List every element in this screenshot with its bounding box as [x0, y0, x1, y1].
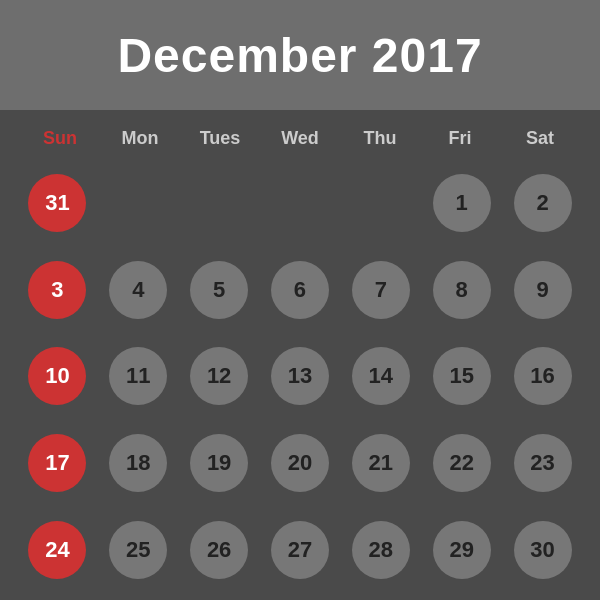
day-cell[interactable]: 12 — [182, 336, 257, 417]
day-number: 7 — [352, 261, 410, 319]
day-header-mon: Mon — [100, 120, 180, 157]
day-cell[interactable]: 25 — [101, 509, 176, 590]
day-number: 26 — [190, 521, 248, 579]
day-number: 3 — [28, 261, 86, 319]
calendar-body: SunMonTuesWedThuFriSat 31123456789101112… — [0, 110, 600, 600]
day-number: 14 — [352, 347, 410, 405]
day-number: 5 — [190, 261, 248, 319]
day-number: 1 — [433, 174, 491, 232]
day-number: 12 — [190, 347, 248, 405]
day-cell[interactable]: 17 — [20, 423, 95, 504]
day-cell[interactable]: 15 — [424, 336, 499, 417]
day-cell[interactable]: 24 — [20, 509, 95, 590]
day-number: 21 — [352, 434, 410, 492]
day-cell[interactable]: 8 — [424, 250, 499, 331]
day-cell[interactable]: 30 — [505, 509, 580, 590]
day-number: 10 — [28, 347, 86, 405]
day-cell[interactable]: 18 — [101, 423, 176, 504]
day-number: 19 — [190, 434, 248, 492]
day-cell[interactable] — [101, 163, 176, 244]
day-cell[interactable]: 19 — [182, 423, 257, 504]
day-number: 29 — [433, 521, 491, 579]
day-number: 9 — [514, 261, 572, 319]
day-number: 30 — [514, 521, 572, 579]
day-number: 6 — [271, 261, 329, 319]
day-number: 22 — [433, 434, 491, 492]
calendar-title: December 2017 — [117, 28, 482, 83]
calendar-header: December 2017 — [0, 0, 600, 110]
day-number: 18 — [109, 434, 167, 492]
day-cell[interactable]: 31 — [20, 163, 95, 244]
day-number: 25 — [109, 521, 167, 579]
day-cell[interactable]: 29 — [424, 509, 499, 590]
day-cell[interactable] — [263, 163, 338, 244]
day-number — [271, 174, 329, 232]
day-cell[interactable]: 4 — [101, 250, 176, 331]
day-cell[interactable]: 3 — [20, 250, 95, 331]
day-cell[interactable]: 14 — [343, 336, 418, 417]
day-header-tues: Tues — [180, 120, 260, 157]
day-number: 31 — [28, 174, 86, 232]
day-cell[interactable]: 10 — [20, 336, 95, 417]
day-number — [352, 174, 410, 232]
calendar: December 2017 SunMonTuesWedThuFriSat 311… — [0, 0, 600, 600]
day-number: 2 — [514, 174, 572, 232]
day-cell[interactable]: 11 — [101, 336, 176, 417]
day-cell[interactable]: 6 — [263, 250, 338, 331]
day-cell[interactable]: 7 — [343, 250, 418, 331]
day-cell[interactable] — [182, 163, 257, 244]
day-cell[interactable] — [343, 163, 418, 244]
day-cell[interactable]: 13 — [263, 336, 338, 417]
day-cell[interactable]: 21 — [343, 423, 418, 504]
day-number: 27 — [271, 521, 329, 579]
day-cell[interactable]: 20 — [263, 423, 338, 504]
day-number: 11 — [109, 347, 167, 405]
day-number: 4 — [109, 261, 167, 319]
day-cell[interactable]: 28 — [343, 509, 418, 590]
day-header-thu: Thu — [340, 120, 420, 157]
day-cell[interactable]: 27 — [263, 509, 338, 590]
day-header-wed: Wed — [260, 120, 340, 157]
day-number: 15 — [433, 347, 491, 405]
day-cell[interactable]: 23 — [505, 423, 580, 504]
day-header-sat: Sat — [500, 120, 580, 157]
day-cell[interactable]: 2 — [505, 163, 580, 244]
day-number: 20 — [271, 434, 329, 492]
day-number — [109, 174, 167, 232]
day-number: 16 — [514, 347, 572, 405]
day-number: 28 — [352, 521, 410, 579]
day-number: 24 — [28, 521, 86, 579]
days-grid: 3112345678910111213141516171819202122232… — [20, 163, 580, 590]
day-number: 23 — [514, 434, 572, 492]
day-number: 13 — [271, 347, 329, 405]
day-cell[interactable]: 26 — [182, 509, 257, 590]
day-cell[interactable]: 5 — [182, 250, 257, 331]
day-cell[interactable]: 16 — [505, 336, 580, 417]
day-headers: SunMonTuesWedThuFriSat — [20, 120, 580, 157]
day-header-fri: Fri — [420, 120, 500, 157]
day-number: 17 — [28, 434, 86, 492]
day-number — [190, 174, 248, 232]
day-header-sun: Sun — [20, 120, 100, 157]
day-number: 8 — [433, 261, 491, 319]
day-cell[interactable]: 22 — [424, 423, 499, 504]
day-cell[interactable]: 1 — [424, 163, 499, 244]
day-cell[interactable]: 9 — [505, 250, 580, 331]
